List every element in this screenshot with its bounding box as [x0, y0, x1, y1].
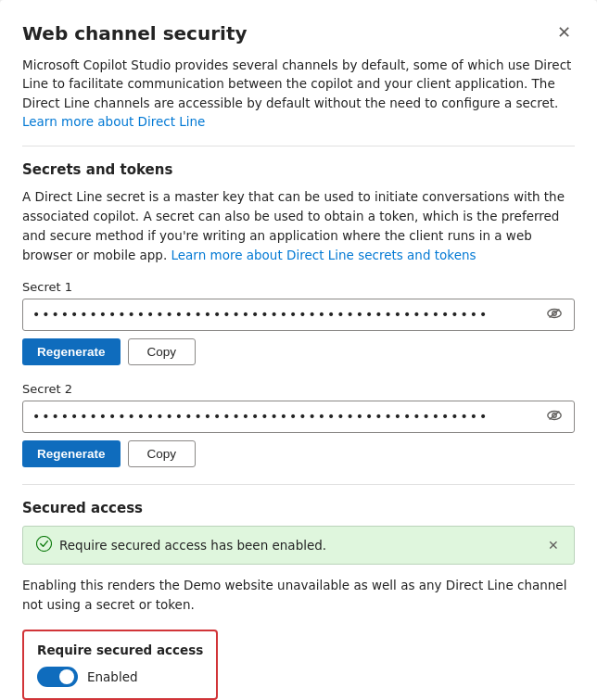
secret1-toggle-visibility[interactable]: [544, 305, 565, 325]
secret1-regenerate-button[interactable]: Regenerate: [22, 338, 121, 365]
toggle-row: Enabled: [37, 667, 203, 687]
eye-icon-2: [546, 407, 563, 424]
secured-access-section: Secured access Require secured access ha…: [22, 500, 575, 700]
require-secured-access-toggle[interactable]: [37, 667, 78, 687]
banner-message: Require secured access has been enabled.: [59, 538, 326, 553]
eye-icon: [546, 305, 563, 322]
toggle-thumb: [59, 669, 74, 684]
success-check-icon: [36, 536, 52, 554]
secret1-field-row: ••••••••••••••••••••••••••••••••••••••••…: [22, 299, 575, 331]
secret2-btn-row: Regenerate Copy: [22, 440, 575, 467]
toggle-state-label: Enabled: [87, 669, 138, 684]
divider-1: [22, 146, 575, 146]
modal-title: Web channel security: [22, 22, 248, 45]
secret1-copy-button[interactable]: Copy: [128, 338, 197, 365]
secret1-dots: ••••••••••••••••••••••••••••••••••••••••…: [32, 307, 544, 322]
secret2-regenerate-button[interactable]: Regenerate: [22, 440, 121, 467]
divider-2: [22, 484, 575, 485]
secured-access-toggle-box: Require secured access Enabled: [22, 630, 218, 700]
web-channel-security-modal: Web channel security ✕ Microsoft Copilot…: [0, 0, 597, 700]
secret2-copy-button[interactable]: Copy: [128, 440, 197, 467]
secrets-tokens-description: A Direct Line secret is a master key tha…: [22, 187, 575, 265]
svg-point-6: [36, 536, 51, 551]
learn-more-secrets-link[interactable]: Learn more about Direct Line secrets and…: [171, 248, 476, 262]
secret1-btn-row: Regenerate Copy: [22, 338, 575, 365]
secret2-group: Secret 2 •••••••••••••••••••••••••••••••…: [22, 382, 575, 467]
secret2-field-row: ••••••••••••••••••••••••••••••••••••••••…: [22, 401, 575, 433]
secret2-toggle-visibility[interactable]: [544, 407, 565, 426]
secured-access-box-label: Require secured access: [37, 643, 203, 657]
banner-left: Require secured access has been enabled.: [36, 536, 326, 554]
secret2-dots: ••••••••••••••••••••••••••••••••••••••••…: [32, 409, 544, 424]
success-banner: Require secured access has been enabled.…: [22, 526, 575, 565]
secrets-tokens-section: Secrets and tokens A Direct Line secret …: [22, 161, 575, 467]
learn-more-directline-link[interactable]: Learn more about Direct Line: [22, 114, 205, 129]
toggle-track: [37, 667, 78, 687]
secrets-tokens-title: Secrets and tokens: [22, 161, 575, 178]
secured-access-title: Secured access: [22, 500, 575, 516]
secret1-label: Secret 1: [22, 280, 575, 294]
close-button[interactable]: ✕: [553, 22, 575, 43]
enabling-text: Enabling this renders the Demo website u…: [22, 576, 575, 615]
secret2-label: Secret 2: [22, 382, 575, 396]
modal-header: Web channel security ✕: [22, 22, 575, 45]
banner-close-button[interactable]: ✕: [546, 538, 561, 553]
secret1-group: Secret 1 •••••••••••••••••••••••••••••••…: [22, 280, 575, 365]
intro-text: Microsoft Copilot Studio provides severa…: [22, 56, 575, 131]
intro-body: Microsoft Copilot Studio provides severa…: [22, 57, 571, 110]
